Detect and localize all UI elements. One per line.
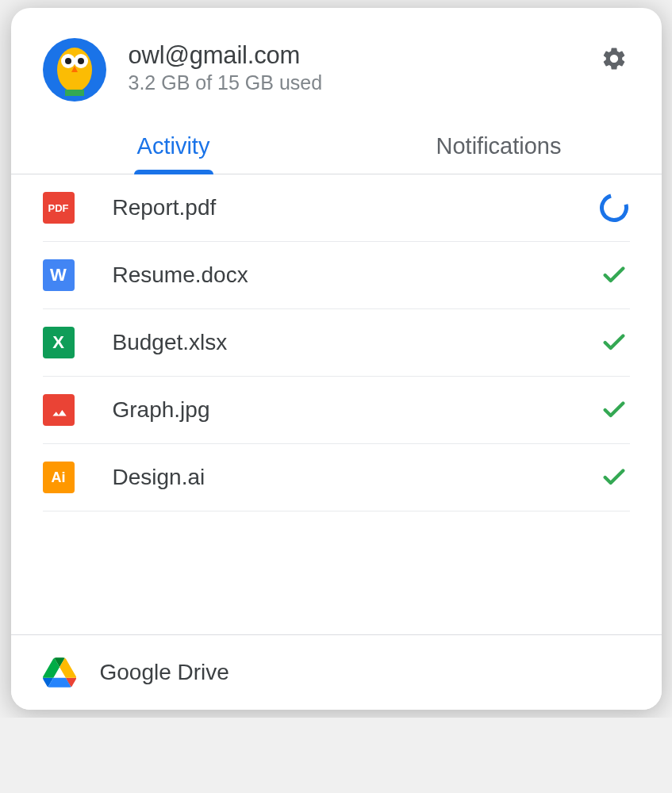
tab-notifications[interactable]: Notifications: [336, 121, 662, 174]
file-name: Resume.docx: [113, 262, 598, 288]
tab-label: Activity: [137, 133, 210, 159]
file-row[interactable]: Graph.jpg: [43, 377, 630, 444]
svg-rect-6: [65, 90, 84, 96]
tab-activity[interactable]: Activity: [11, 121, 336, 174]
word-icon: W: [43, 259, 75, 291]
owl-avatar-icon: [51, 42, 98, 98]
svg-point-4: [78, 58, 84, 64]
pdf-icon: PDF: [43, 192, 75, 224]
excel-icon: X: [43, 327, 75, 358]
account-email: owl@gmail.com: [129, 41, 598, 70]
svg-point-3: [65, 58, 71, 64]
tab-label: Notifications: [436, 133, 562, 159]
checkmark-icon: [598, 462, 630, 493]
file-name: Graph.jpg: [113, 397, 598, 423]
footer-label: Google Drive: [100, 660, 229, 685]
checkmark-icon: [598, 327, 630, 358]
gear-icon: [601, 45, 628, 72]
settings-button[interactable]: [598, 43, 630, 75]
file-list: PDF Report.pdf W Resume.docx X Budget.xl…: [11, 174, 662, 634]
checkmark-icon: [598, 394, 630, 426]
drive-panel: owl@gmail.com 3.2 GB of 15 GB used Activ…: [11, 8, 662, 710]
file-row[interactable]: X Budget.xlsx: [43, 309, 630, 377]
footer[interactable]: Google Drive: [11, 634, 662, 710]
illustrator-icon: Ai: [43, 462, 75, 493]
file-row[interactable]: PDF Report.pdf: [43, 174, 630, 242]
file-row[interactable]: W Resume.docx: [43, 242, 630, 309]
file-name: Design.ai: [113, 465, 598, 490]
image-icon: [43, 394, 75, 426]
file-name: Budget.xlsx: [113, 330, 598, 355]
storage-usage: 3.2 GB of 15 GB used: [129, 71, 598, 94]
checkmark-icon: [598, 259, 630, 291]
tab-bar: Activity Notifications: [11, 121, 662, 174]
account-header: owl@gmail.com 3.2 GB of 15 GB used: [11, 8, 662, 121]
file-row[interactable]: Ai Design.ai: [43, 444, 630, 511]
account-info: owl@gmail.com 3.2 GB of 15 GB used: [129, 38, 598, 94]
google-drive-icon: [43, 657, 76, 688]
loading-spinner-icon: [598, 192, 630, 224]
file-name: Report.pdf: [113, 195, 598, 220]
avatar[interactable]: [43, 38, 106, 102]
